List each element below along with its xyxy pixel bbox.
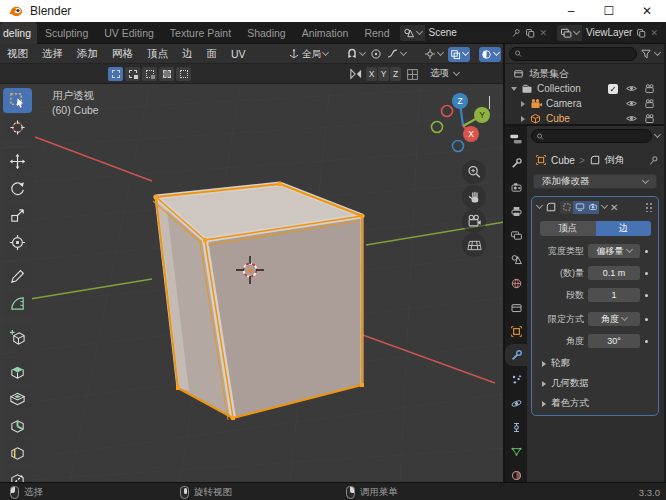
select-mode-set[interactable] (108, 67, 123, 81)
viewport-canvas[interactable]: 用户透视 (60) Cube Z (0, 84, 503, 482)
outliner-search-input[interactable] (525, 49, 632, 59)
pan-button[interactable] (462, 185, 486, 209)
gizmo-axis-x-neg[interactable] (442, 106, 453, 117)
maximize-button[interactable]: ☐ (590, 0, 628, 22)
tool-measure[interactable] (3, 291, 32, 316)
tab-render[interactable] (505, 176, 527, 198)
unlink-scene-icon[interactable]: ✕ (539, 28, 547, 38)
tool-knife[interactable] (3, 467, 32, 482)
tab-object-data[interactable] (505, 440, 527, 462)
tab-constraints[interactable] (505, 416, 527, 438)
affect-edges-button[interactable]: 边 (596, 221, 652, 236)
mirror-y-button[interactable]: Y (378, 67, 389, 81)
hide-eye-icon[interactable] (625, 82, 638, 95)
tab-object[interactable] (505, 320, 527, 342)
view-layer-name[interactable]: ViewLayer (586, 27, 633, 38)
gizmos-dropdown[interactable] (424, 46, 443, 62)
amount-field[interactable]: 0.1 m (588, 266, 640, 280)
section-profile[interactable]: 轮廓 (542, 357, 570, 370)
falloff-dropdown[interactable] (386, 46, 406, 62)
animate-dot[interactable] (645, 294, 648, 297)
tab-output[interactable] (505, 200, 527, 222)
xray-toggle[interactable] (448, 47, 470, 62)
animate-dot[interactable] (645, 318, 648, 321)
close-button[interactable]: ✕ (628, 0, 666, 22)
ortho-toggle-button[interactable] (462, 233, 486, 257)
menu-select[interactable]: 选择 (35, 47, 70, 61)
collapse-icon[interactable] (536, 202, 543, 209)
gizmo-axis-y[interactable]: Y (474, 107, 490, 123)
select-mode-extend[interactable] (125, 67, 140, 81)
tab-world[interactable] (505, 272, 527, 294)
tab-particles[interactable] (505, 368, 527, 390)
tool-bevel[interactable] (3, 413, 32, 438)
transform-orientation-dropdown[interactable]: 全局 (288, 46, 328, 62)
editmode-display-toggle[interactable] (560, 201, 573, 214)
tool-loop-cut[interactable] (3, 440, 32, 465)
select-mode-intersect[interactable] (176, 67, 191, 81)
tab-scene[interactable] (505, 248, 527, 270)
filter-icon[interactable] (640, 48, 652, 60)
editor-type-button[interactable] (505, 128, 527, 150)
drag-handle-icon[interactable] (645, 202, 653, 212)
expand-icon[interactable] (521, 116, 525, 122)
tool-rotate[interactable] (3, 176, 32, 201)
tool-annotate[interactable] (3, 264, 32, 289)
view-layer-browse-button[interactable] (557, 25, 582, 41)
workspace-tab-texture-paint[interactable]: Texture Paint (162, 22, 239, 44)
realtime-display-toggle[interactable] (573, 201, 586, 214)
properties-search[interactable] (531, 129, 652, 143)
outliner-row-camera[interactable]: Camera (521, 96, 661, 111)
scene-3d[interactable] (0, 84, 503, 482)
gizmo-axis-x[interactable]: X (463, 126, 479, 142)
tool-transform[interactable] (3, 230, 32, 255)
tool-inset-faces[interactable] (3, 386, 32, 411)
tab-collection[interactable] (505, 296, 527, 318)
disable-render-icon[interactable] (643, 82, 656, 95)
minimize-button[interactable]: – (552, 0, 590, 22)
remove-view-layer-icon[interactable]: ✕ (650, 28, 658, 38)
disable-render-icon[interactable] (643, 112, 656, 125)
workspace-tab-rendering[interactable]: Rend (356, 22, 397, 44)
menu-add[interactable]: 添加 (70, 47, 105, 61)
collapse-icon[interactable] (511, 87, 517, 91)
snap-dropdown[interactable] (346, 46, 365, 62)
outliner-row-collection[interactable]: Collection ✓ (511, 81, 661, 96)
pin-icon[interactable] (511, 28, 521, 38)
angle-field[interactable]: 30° (588, 334, 640, 348)
segments-field[interactable]: 1 (588, 288, 640, 302)
sidebar-toggle[interactable] (489, 96, 490, 108)
tool-add-cube[interactable] (3, 325, 32, 350)
pin-icon[interactable] (648, 155, 659, 166)
animate-dot[interactable] (645, 250, 648, 253)
snap-grid-icon[interactable] (406, 68, 419, 81)
outliner-row-cube[interactable]: Cube (521, 111, 661, 126)
tool-select-box[interactable] (3, 88, 32, 113)
menu-view[interactable]: 视图 (0, 47, 35, 61)
mirror-z-button[interactable]: Z (390, 67, 401, 81)
tab-tool[interactable] (505, 152, 527, 174)
section-geometry[interactable]: 几何数据 (542, 377, 589, 390)
scene-browse-button[interactable] (400, 25, 425, 41)
limit-method-dropdown[interactable]: 角度 (588, 312, 640, 326)
tool-cursor[interactable] (3, 115, 32, 140)
affect-vertices-button[interactable]: 顶点 (540, 221, 596, 236)
modifier-extras-dropdown[interactable] (601, 202, 608, 209)
menu-mesh[interactable]: 网格 (105, 47, 140, 61)
workspace-tab-sculpting[interactable]: Sculpting (37, 22, 96, 44)
cube-object[interactable] (153, 182, 364, 420)
select-mode-invert[interactable] (159, 67, 174, 81)
animate-dot[interactable] (645, 340, 648, 343)
animate-dot[interactable] (645, 272, 648, 275)
workspace-tab-animation[interactable]: Animation (294, 22, 357, 44)
tool-extrude[interactable] (3, 359, 32, 384)
chevron-down-icon[interactable] (654, 131, 661, 138)
duplicate-view-layer-icon[interactable] (636, 28, 646, 38)
menu-face[interactable]: 面 (200, 47, 225, 61)
zoom-button[interactable] (462, 160, 486, 184)
tool-move[interactable] (3, 149, 32, 174)
workspace-tab-shading[interactable]: Shading (239, 22, 294, 44)
duplicate-scene-icon[interactable] (525, 28, 535, 38)
tool-scale[interactable] (3, 203, 32, 228)
breadcrumb-object[interactable]: Cube (551, 155, 575, 166)
